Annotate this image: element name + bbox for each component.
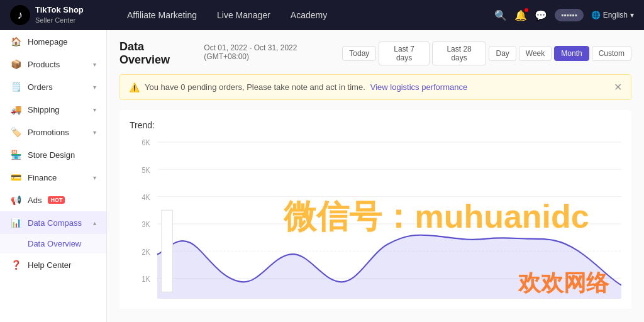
logo-area: ♪ TikTok Shop Seller Center	[10, 5, 117, 25]
orders-icon: 🗒️	[10, 82, 21, 92]
sidebar: 🏠 Homepage 📦 Products ▾ 🗒️ Orders ▾ 🚚 Sh…	[0, 30, 107, 322]
logo-text: TikTok Shop Seller Center	[35, 5, 84, 25]
filter-last7days[interactable]: Last 7 days	[379, 42, 429, 65]
chart-title: Trend:	[130, 120, 621, 130]
sidebar-item-finance[interactable]: 💳 Finance ▾	[0, 166, 106, 189]
sidebar-item-products[interactable]: 📦 Products ▾	[0, 53, 106, 75]
sidebar-subitem-data-overview[interactable]: Data Overview	[0, 234, 106, 253]
svg-text:3K: 3K	[142, 221, 151, 229]
home-icon: 🏠	[10, 36, 21, 47]
sidebar-item-ads[interactable]: 📢 Ads HOT	[0, 189, 106, 211]
language-selector[interactable]: 🌐 English ▾	[591, 11, 634, 19]
ads-icon: 📢	[10, 195, 21, 205]
alert-banner: ⚠️ You have 0 pending orders, Please tak…	[119, 74, 631, 100]
data-compass-icon: 📊	[10, 218, 21, 228]
svg-text:5K: 5K	[142, 166, 151, 174]
sidebar-item-orders[interactable]: 🗒️ Orders ▾	[0, 75, 106, 98]
nav-affiliate-marketing[interactable]: Affiliate Marketing	[127, 8, 197, 23]
sidebar-item-promotions[interactable]: 🏷️ Promotions ▾	[0, 121, 106, 143]
sidebar-item-data-compass[interactable]: 📊 Data Compass ▴	[0, 211, 106, 234]
products-icon: 📦	[10, 59, 21, 69]
alert-message: You have 0 pending orders, Please take n…	[145, 82, 365, 92]
svg-text:1K: 1K	[142, 275, 151, 283]
filter-last28days[interactable]: Last 28 days	[432, 42, 487, 65]
top-navigation: ♪ TikTok Shop Seller Center Affiliate Ma…	[0, 0, 644, 30]
nav-academy[interactable]: Academy	[291, 8, 327, 23]
hot-badge: HOT	[48, 196, 65, 204]
nav-right: 🔍 🔔 💬 ▪▪▪▪▪▪ 🌐 English ▾	[494, 9, 634, 21]
notification-badge	[525, 8, 528, 12]
shipping-icon: 🚚	[10, 104, 21, 114]
filter-custom[interactable]: Custom	[592, 46, 631, 61]
chevron-icon: ▴	[93, 219, 96, 226]
sidebar-item-help-center[interactable]: ❓ Help Center	[0, 253, 106, 276]
chevron-icon: ▾	[93, 106, 96, 113]
search-icon[interactable]: 🔍	[494, 9, 507, 21]
help-icon: ❓	[10, 260, 21, 270]
filter-month[interactable]: Month	[554, 46, 589, 61]
brand-name: TikTok Shop	[35, 5, 84, 16]
sidebar-item-homepage[interactable]: 🏠 Homepage	[0, 30, 106, 53]
close-icon[interactable]: ✕	[614, 81, 622, 93]
chevron-icon: ▾	[93, 174, 96, 181]
time-filters: Today Last 7 days Last 28 days Day Week …	[342, 42, 631, 65]
page-title: Data Overview	[119, 40, 196, 67]
sidebar-item-shipping[interactable]: 🚚 Shipping ▾	[0, 98, 106, 121]
chart-container: 6K 5K 4K 3K 2K 1K	[130, 135, 621, 299]
svg-text:4K: 4K	[142, 193, 151, 201]
filter-today[interactable]: Today	[342, 46, 376, 61]
warning-icon: ⚠️	[129, 82, 140, 92]
brand-sub: Seller Center	[35, 16, 84, 25]
finance-icon: 💳	[10, 172, 21, 182]
chevron-icon: ▾	[93, 129, 96, 136]
sidebar-item-store-design[interactable]: 🏪 Store Design	[0, 143, 106, 166]
svg-rect-12	[162, 210, 173, 292]
filter-day[interactable]: Day	[489, 46, 516, 61]
svg-text:2K: 2K	[142, 248, 151, 256]
message-icon[interactable]: 💬	[535, 9, 547, 21]
nav-links: Affiliate Marketing Live Manager Academy	[117, 8, 494, 23]
notification-icon[interactable]: 🔔	[514, 9, 527, 21]
main-content: Data Overview Oct 01, 2022 - Oct 31, 202…	[107, 30, 644, 322]
date-range: Oct 01, 2022 - Oct 31, 2022 (GMT+08:00)	[204, 43, 342, 61]
user-avatar-pill[interactable]: ▪▪▪▪▪▪	[555, 9, 584, 21]
alert-link[interactable]: View logistics performance	[370, 82, 467, 92]
trend-chart: 6K 5K 4K 3K 2K 1K	[130, 135, 621, 299]
store-design-icon: 🏪	[10, 150, 21, 160]
nav-live-manager[interactable]: Live Manager	[217, 8, 270, 23]
promotions-icon: 🏷️	[10, 127, 21, 137]
tiktok-logo-icon: ♪	[10, 5, 30, 25]
main-layout: 🏠 Homepage 📦 Products ▾ 🗒️ Orders ▾ 🚚 Sh…	[0, 30, 644, 322]
svg-text:6K: 6K	[142, 139, 151, 147]
chart-section: Trend: 6K 5K 4K 3K 2K 1K	[119, 110, 631, 309]
chevron-icon: ▾	[93, 84, 96, 91]
filter-week[interactable]: Week	[519, 46, 552, 61]
chevron-icon: ▾	[93, 61, 96, 68]
page-header: Data Overview Oct 01, 2022 - Oct 31, 202…	[119, 40, 631, 67]
